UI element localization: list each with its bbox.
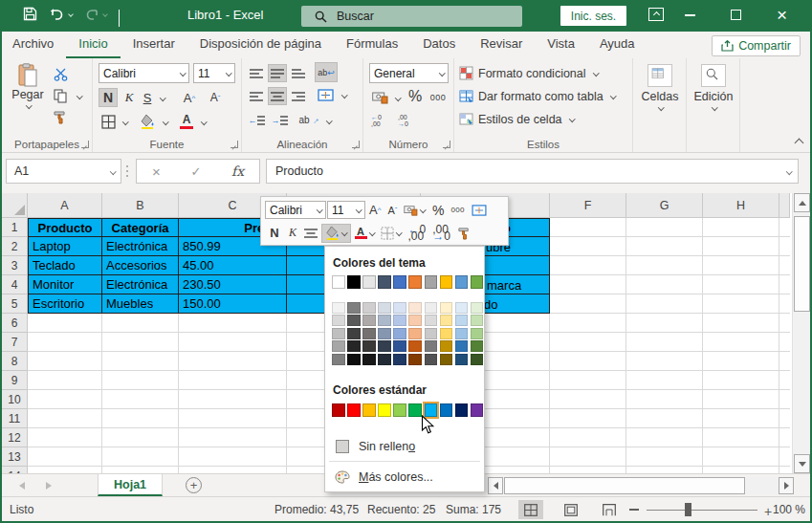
align-bottom-button[interactable] (289, 64, 308, 82)
variant-swatch[interactable] (471, 302, 484, 314)
mini-align-center-button[interactable] (301, 224, 320, 243)
tab-inicio[interactable]: Inicio (66, 32, 120, 58)
theme-color-swatch-2[interactable] (362, 275, 376, 289)
variant-swatch[interactable] (362, 328, 376, 339)
comma-style-button[interactable]: 000 (427, 88, 450, 107)
theme-color-swatch-1[interactable] (347, 275, 361, 289)
scroll-up-icon[interactable] (794, 193, 810, 212)
mini-accounting-button[interactable] (401, 201, 428, 220)
mini-italic-button[interactable]: K (285, 224, 300, 243)
zoom-slider-track[interactable] (647, 510, 757, 512)
underline-chevron-icon[interactable] (160, 95, 165, 100)
zoom-slider-thumb[interactable] (685, 503, 691, 516)
status-count[interactable]: Recuento: 25 (367, 503, 435, 516)
variant-swatch[interactable] (471, 315, 484, 326)
standard-color-swatch-0[interactable] (332, 403, 345, 417)
row-header-3[interactable]: 3 (2, 256, 28, 275)
cell-B1[interactable]: Categoría (101, 218, 179, 238)
mini-borders-button[interactable] (378, 224, 405, 243)
variant-swatch[interactable] (378, 354, 391, 365)
tab-f-rmulas[interactable]: Fórmulas (334, 32, 410, 58)
wrap-text-button[interactable]: ab↩ (315, 62, 338, 82)
tab-ayuda[interactable]: Ayuda (587, 32, 647, 58)
mini-font-color-button[interactable]: A (352, 224, 378, 243)
row-header-8[interactable]: 8 (2, 352, 28, 371)
tab-datos[interactable]: Datos (410, 32, 468, 58)
align-top-button[interactable] (247, 64, 266, 82)
variant-swatch[interactable] (440, 340, 453, 352)
variant-swatch[interactable] (362, 354, 376, 365)
row-header-14[interactable]: 14 (2, 467, 28, 473)
minimize-button[interactable] (685, 14, 695, 16)
horizontal-scrollbar[interactable] (488, 477, 794, 494)
fill-color-chevron-icon[interactable] (163, 119, 168, 124)
variant-swatch[interactable] (408, 328, 422, 339)
variant-swatch[interactable] (378, 328, 391, 339)
search-box[interactable]: Buscar (301, 6, 522, 27)
standard-color-swatch-1[interactable] (347, 403, 361, 417)
font-name-combo[interactable]: Calibri (99, 63, 189, 83)
standard-color-swatch-8[interactable] (455, 403, 469, 417)
variant-swatch[interactable] (455, 328, 469, 339)
theme-color-swatch-3[interactable] (378, 275, 391, 289)
mini-decrease-decimal-button[interactable]: ,00→0 (429, 224, 453, 243)
zoom-in-button[interactable]: + (764, 504, 772, 519)
variant-swatch[interactable] (425, 302, 438, 314)
theme-color-swatch-7[interactable] (440, 275, 453, 289)
increase-indent-button[interactable]: → (270, 111, 289, 129)
name-box-chevron-icon[interactable] (110, 168, 116, 174)
align-middle-button[interactable] (268, 64, 287, 82)
copy-chevron-icon[interactable] (77, 93, 82, 98)
variant-swatch[interactable] (347, 328, 361, 339)
vertical-scrollbar[interactable] (792, 193, 810, 473)
scroll-right-icon[interactable] (779, 477, 794, 494)
row-header-11[interactable]: 11 (2, 409, 28, 428)
conditional-formatting-button[interactable]: Formato condicional (459, 64, 598, 82)
mini-font-name-combo[interactable]: Calibri (265, 201, 326, 219)
format-as-table-button[interactable]: Dar formato como tabla (459, 87, 615, 105)
copy-button[interactable] (50, 87, 71, 104)
number-format-combo[interactable]: General (369, 63, 449, 83)
decrease-decimal-button[interactable]: ,00→0 (398, 112, 419, 129)
fill-color-button[interactable] (137, 112, 158, 131)
row-header-4[interactable]: 4 (2, 275, 28, 294)
maximize-button[interactable] (731, 10, 741, 20)
variant-swatch[interactable] (471, 328, 484, 339)
cell-C4[interactable]: 230.50 (178, 274, 287, 294)
variant-swatch[interactable] (471, 354, 484, 365)
paste-button[interactable]: Pegar (10, 63, 46, 108)
cell-C5[interactable]: 150.00 (178, 294, 287, 314)
undo-button[interactable] (50, 7, 73, 24)
orientation-chevron-icon[interactable] (326, 118, 332, 123)
variant-swatch[interactable] (393, 340, 406, 352)
column-header-A[interactable]: A (28, 193, 102, 218)
insert-function-icon[interactable]: fx (231, 163, 244, 179)
standard-color-swatch-9[interactable] (471, 403, 484, 417)
percent-style-button[interactable]: % (406, 86, 425, 107)
mini-comma-button[interactable]: 000 (448, 201, 468, 220)
row-header-5[interactable]: 5 (2, 294, 28, 314)
decrease-font-button[interactable]: Aˇ (204, 88, 227, 107)
collapse-ribbon-icon[interactable] (795, 139, 804, 148)
variant-swatch[interactable] (393, 354, 406, 365)
variant-swatch[interactable] (393, 328, 406, 339)
customize-quick-access-icon[interactable] (119, 10, 120, 27)
column-header-F[interactable]: F (550, 193, 626, 218)
cancel-icon[interactable]: × (152, 163, 161, 180)
theme-color-swatch-5[interactable] (408, 275, 422, 289)
no-fill-option[interactable]: Sin relleno (325, 434, 484, 459)
undo-chevron-icon[interactable] (68, 11, 74, 17)
variant-swatch[interactable] (425, 328, 438, 339)
variant-swatch[interactable] (425, 315, 438, 326)
column-header-H[interactable]: H (703, 193, 779, 218)
page-layout-view-button[interactable] (559, 500, 583, 519)
share-button[interactable]: Compartir (712, 35, 801, 56)
variant-swatch[interactable] (393, 315, 406, 326)
variant-swatch[interactable] (362, 340, 376, 352)
row-header-2[interactable]: 2 (2, 237, 28, 256)
mini-increase-font-button[interactable]: A^ (366, 201, 384, 220)
variant-swatch[interactable] (393, 302, 406, 314)
tab-archivo[interactable]: Archivo (0, 32, 66, 58)
font-color-chevron-icon[interactable] (201, 119, 207, 124)
variant-swatch[interactable] (455, 340, 469, 352)
